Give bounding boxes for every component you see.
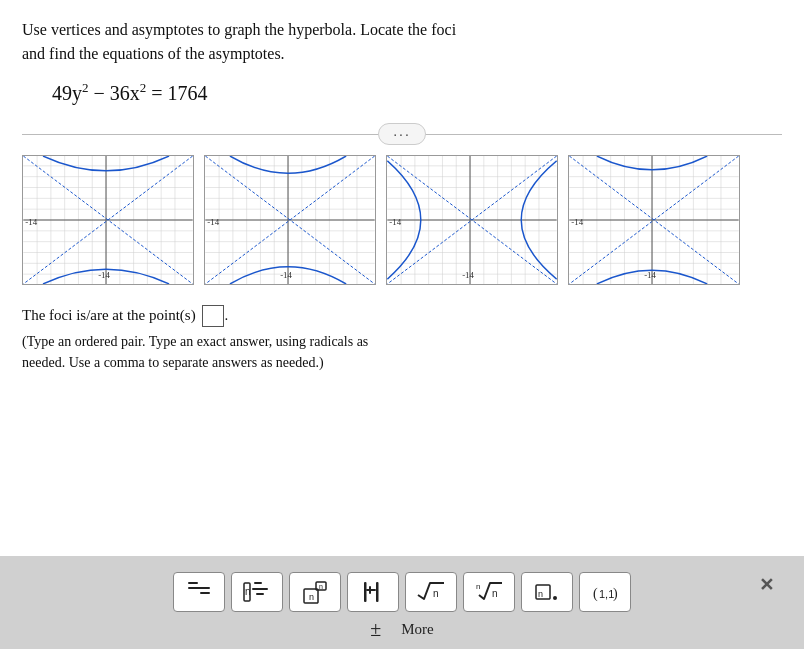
- svg-rect-122: [252, 588, 268, 590]
- close-button[interactable]: ✕: [759, 574, 774, 596]
- svg-rect-128: [364, 582, 367, 602]
- graph-1[interactable]: -14 -14: [22, 155, 194, 285]
- svg-rect-117: [188, 587, 210, 589]
- svg-text:-14: -14: [571, 217, 583, 227]
- svg-text:n: n: [319, 583, 323, 590]
- fraction-button[interactable]: [173, 572, 225, 612]
- more-dots-button[interactable]: ···: [378, 123, 426, 145]
- svg-rect-116: [188, 582, 198, 584]
- svg-text:n: n: [309, 592, 314, 602]
- svg-text:-14: -14: [25, 217, 37, 227]
- svg-text:-14: -14: [207, 217, 219, 227]
- abs-value-button[interactable]: [347, 572, 399, 612]
- svg-text:-14: -14: [462, 270, 474, 280]
- foci-text: The foci is/are at the point(s) .: [22, 303, 782, 328]
- divider-row: ···: [22, 123, 782, 145]
- svg-rect-131: [369, 586, 371, 594]
- superscript-button[interactable]: n n: [289, 572, 341, 612]
- graph-4[interactable]: -14 -14: [568, 155, 740, 285]
- toolbar-buttons-row: n n n: [16, 572, 788, 612]
- ordered-pair-button[interactable]: ( 1,1 ): [579, 572, 631, 612]
- equation: 49y2 − 36x2 = 1764: [52, 80, 782, 105]
- svg-rect-123: [256, 593, 264, 595]
- svg-text:): ): [613, 586, 618, 602]
- svg-text:(: (: [593, 586, 598, 602]
- main-content: Use vertices and asymptotes to graph the…: [0, 0, 804, 373]
- svg-rect-121: [254, 582, 262, 584]
- nth-root-button[interactable]: n n: [463, 572, 515, 612]
- svg-text:-14: -14: [280, 270, 292, 280]
- decimal-button[interactable]: n: [521, 572, 573, 612]
- more-label[interactable]: More: [401, 621, 434, 638]
- mixed-fraction-button[interactable]: n: [231, 572, 283, 612]
- svg-text:n: n: [433, 588, 439, 599]
- svg-text:1,1: 1,1: [599, 588, 614, 600]
- svg-rect-118: [200, 592, 210, 594]
- svg-text:-14: -14: [644, 270, 656, 280]
- sqrt-button[interactable]: n: [405, 572, 457, 612]
- answer-input-box[interactable]: [202, 305, 224, 327]
- svg-text:-14: -14: [389, 217, 401, 227]
- toolbar: ✕ n n n: [0, 556, 804, 649]
- question-text: Use vertices and asymptotes to graph the…: [22, 18, 782, 66]
- svg-text:n: n: [538, 589, 543, 599]
- plus-minus-button[interactable]: ±: [370, 618, 381, 641]
- toolbar-bottom-row: ± More: [16, 618, 788, 641]
- svg-text:n: n: [492, 588, 498, 599]
- svg-text:n: n: [245, 586, 251, 597]
- svg-rect-129: [376, 582, 379, 602]
- svg-point-139: [553, 596, 557, 600]
- svg-text:n: n: [476, 582, 480, 591]
- instruction-text: (Type an ordered pair. Type an exact ans…: [22, 331, 782, 373]
- svg-text:-14: -14: [98, 270, 110, 280]
- graphs-row: -14 -14: [22, 155, 782, 285]
- graph-3[interactable]: -14 -14: [386, 155, 558, 285]
- graph-2[interactable]: -14 -14: [204, 155, 376, 285]
